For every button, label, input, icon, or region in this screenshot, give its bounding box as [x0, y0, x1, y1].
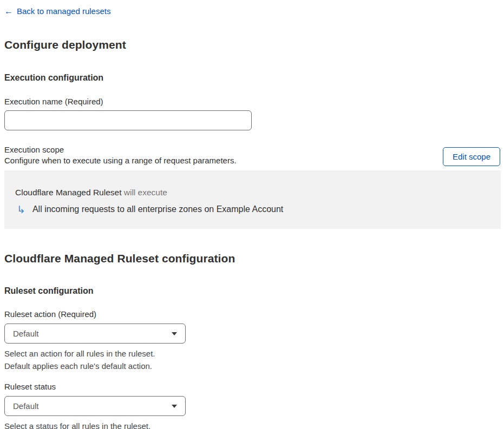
caret-down-icon — [172, 405, 177, 408]
caret-down-icon — [172, 332, 177, 335]
scope-ruleset-name: Cloudflare Managed Ruleset — [15, 188, 121, 197]
execution-scope-text: Execution scope Configure when to execut… — [4, 144, 237, 166]
scope-summary-panel: Cloudflare Managed Ruleset will execute … — [4, 170, 501, 229]
branch-arrow-icon: ↳ — [17, 204, 25, 215]
scope-summary-detail: All incoming requests to all enterprise … — [32, 204, 283, 215]
ruleset-status-select[interactable]: Default — [4, 396, 186, 416]
scope-will-execute-text: will execute — [121, 188, 167, 197]
ruleset-action-select[interactable]: Default — [4, 324, 186, 344]
execution-configuration-heading: Execution configuration — [4, 73, 501, 83]
ruleset-status-help-line-1: Select a status for all rules in the rul… — [4, 420, 501, 429]
scope-summary-headline: Cloudflare Managed Ruleset will execute — [15, 188, 490, 197]
ruleset-action-label: Ruleset action (Required) — [4, 309, 501, 319]
back-link-label: Back to managed rulesets — [17, 6, 110, 16]
ruleset-action-help-line-1: Select an action for all rules in the ru… — [4, 347, 501, 360]
configure-deployment-page: ← Back to managed rulesets Configure dep… — [0, 0, 504, 429]
ruleset-action-selected-value: Default — [13, 329, 39, 338]
edit-scope-button[interactable]: Edit scope — [443, 147, 500, 166]
execution-scope-row: Execution scope Configure when to execut… — [4, 144, 501, 166]
back-arrow-icon: ← — [4, 7, 13, 16]
ruleset-status-label: Ruleset status — [4, 382, 501, 392]
back-link[interactable]: ← Back to managed rulesets — [4, 6, 110, 16]
ruleset-status-selected-value: Default — [13, 401, 39, 411]
page-title: Configure deployment — [4, 38, 501, 51]
execution-scope-description: Configure when to execute using a range … — [4, 156, 237, 166]
execution-name-label: Execution name (Required) — [4, 97, 501, 107]
scope-summary-detail-row: ↳ All incoming requests to all enterpris… — [15, 204, 490, 215]
execution-name-input[interactable] — [4, 110, 252, 130]
ruleset-configuration-heading: Ruleset configuration — [4, 286, 501, 296]
ruleset-configuration-title: Cloudflare Managed Ruleset configuration — [4, 252, 501, 265]
execution-scope-label: Execution scope — [4, 144, 237, 156]
ruleset-action-help-line-2: Default applies each rule's default acti… — [4, 360, 501, 372]
